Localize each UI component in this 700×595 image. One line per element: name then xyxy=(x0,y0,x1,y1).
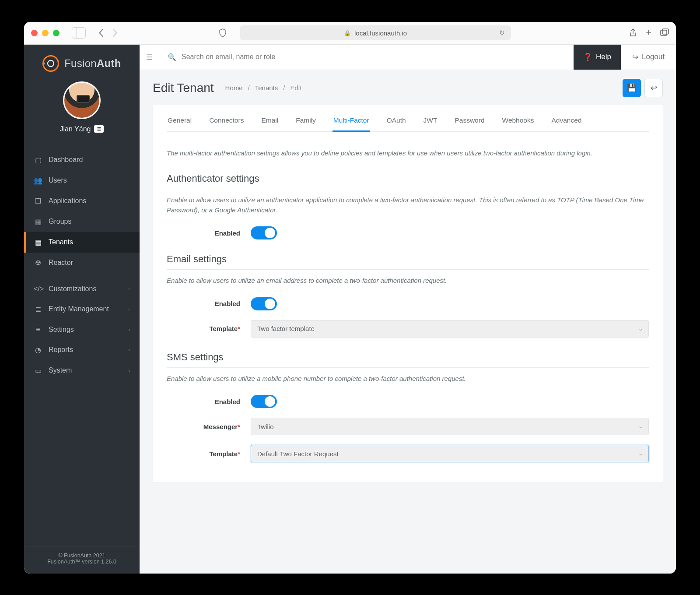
topbar: ☰ 🔍 ❓Help ↪Logout xyxy=(140,45,676,70)
sms-messenger-label: Messenger* xyxy=(167,423,240,430)
search-icon: 🔍 xyxy=(168,53,176,61)
sms-template-select[interactable]: Default Two Factor Request ⌵ xyxy=(251,445,649,462)
sms-enabled-toggle[interactable] xyxy=(251,395,277,408)
sidebar-item-label: Tenants xyxy=(49,238,73,246)
address-bar[interactable]: 🔒 local.fusionauth.io ↻ xyxy=(240,25,511,40)
tab-oauth[interactable]: OAuth xyxy=(386,112,407,132)
privacy-shield-icon[interactable] xyxy=(219,28,227,37)
sidebar-item-groups[interactable]: ▦Groups xyxy=(24,211,140,232)
forward-icon[interactable] xyxy=(108,28,122,38)
logout-icon: ↪ xyxy=(632,53,638,62)
sidebar-item-customizations[interactable]: </>Customizations‹ xyxy=(24,279,140,299)
crumb-home[interactable]: Home xyxy=(225,84,243,92)
nav: ▢Dashboard 👥Users ❒Applications ▦Groups … xyxy=(24,150,140,546)
svg-rect-0 xyxy=(661,30,667,35)
sms-enabled-label: Enabled xyxy=(167,398,240,405)
section-email-desc: Enable to allow users to utilize an emai… xyxy=(167,270,649,290)
lock-icon: 🔒 xyxy=(344,30,351,36)
tab-jwt[interactable]: JWT xyxy=(423,112,438,132)
app-sidebar: FusionAuth Jian Yáng ☰ ▢Dashboard 👥Users… xyxy=(24,45,140,574)
page-title: Edit Tenant xyxy=(153,81,214,95)
sidebar-item-label: Entity Management xyxy=(49,305,109,313)
current-user[interactable]: Jian Yáng ☰ xyxy=(24,76,140,142)
sms-messenger-row: Messenger* Twilio ⌵ xyxy=(167,411,649,438)
select-value: Default Two Factor Request xyxy=(257,450,339,458)
help-button[interactable]: ❓Help xyxy=(574,45,621,70)
sidebar-item-tenants[interactable]: ▤Tenants xyxy=(24,232,140,253)
tab-webhooks[interactable]: Webhooks xyxy=(501,112,535,132)
minimize-window[interactable] xyxy=(42,30,49,36)
crumb-current: Edit xyxy=(290,84,302,92)
url-text: local.fusionauth.io xyxy=(354,29,407,37)
section-sms-title: SMS settings xyxy=(167,340,649,368)
logout-button[interactable]: ↪Logout xyxy=(621,45,676,70)
reactor-icon: ☢ xyxy=(34,259,42,267)
sidebar-item-label: Reactor xyxy=(49,259,73,267)
settings-icon: ≡ xyxy=(34,326,42,334)
sidebar-item-label: Dashboard xyxy=(49,156,83,164)
crumb-tenants[interactable]: Tenants xyxy=(255,84,278,92)
tab-password[interactable]: Password xyxy=(454,112,485,132)
tab-advanced[interactable]: Advanced xyxy=(550,112,582,132)
sidebar-item-reactor[interactable]: ☢Reactor xyxy=(24,253,140,273)
sidebar-item-label: Users xyxy=(49,176,67,184)
help-label: Help xyxy=(596,53,611,61)
sidebar-item-applications[interactable]: ❒Applications xyxy=(24,191,140,211)
sidebar-item-users[interactable]: 👥Users xyxy=(24,170,140,191)
sidebar-item-entity-management[interactable]: ≣Entity Management‹ xyxy=(24,299,140,320)
tab-email[interactable]: Email xyxy=(260,112,279,132)
app-shell: FusionAuth Jian Yáng ☰ ▢Dashboard 👥Users… xyxy=(24,45,676,574)
maximize-window[interactable] xyxy=(53,30,60,36)
auth-enabled-row: Enabled xyxy=(167,219,649,242)
sidebar-item-label: Reports xyxy=(49,346,73,354)
sms-enabled-row: Enabled xyxy=(167,388,649,411)
tenant-card: General Connectors Email Family Multi-Fa… xyxy=(153,105,663,483)
brand-logo-icon xyxy=(42,55,59,72)
username: Jian Yáng xyxy=(60,125,91,133)
tab-general[interactable]: General xyxy=(167,112,192,132)
sms-messenger-select[interactable]: Twilio ⌵ xyxy=(251,418,649,435)
sidebar-item-label: Settings xyxy=(49,326,74,334)
collapse-sidebar-icon[interactable]: ☰ xyxy=(140,53,159,61)
system-icon: ▭ xyxy=(34,366,42,375)
new-tab-icon[interactable]: + xyxy=(646,28,651,37)
entity-icon: ≣ xyxy=(34,305,42,313)
refresh-icon[interactable]: ↻ xyxy=(499,29,505,37)
email-enabled-label: Enabled xyxy=(167,300,240,307)
chevron-down-icon: ⌵ xyxy=(639,326,642,332)
svg-rect-1 xyxy=(662,29,668,34)
sidebar-item-system[interactable]: ▭System‹ xyxy=(24,360,140,381)
dashboard-icon: ▢ xyxy=(34,156,42,164)
nav-separator xyxy=(24,276,140,276)
back-icon[interactable] xyxy=(94,28,108,38)
tabs-overview-icon[interactable] xyxy=(660,28,669,37)
search-input[interactable] xyxy=(182,53,565,61)
email-template-label: Template* xyxy=(167,325,240,332)
close-window[interactable] xyxy=(31,30,38,36)
email-enabled-toggle[interactable] xyxy=(251,297,277,310)
sidebar-item-dashboard[interactable]: ▢Dashboard xyxy=(24,150,140,170)
sidebar-item-settings[interactable]: ≡Settings‹ xyxy=(24,320,140,340)
users-icon: 👥 xyxy=(34,176,42,185)
chevron-left-icon: ‹ xyxy=(128,306,130,312)
applications-icon: ❒ xyxy=(34,197,42,205)
sidebar-item-label: Customizations xyxy=(49,285,96,293)
window-controls xyxy=(31,30,60,36)
section-authenticator-title: Authenticator settings xyxy=(167,162,649,189)
back-button[interactable]: ↩ xyxy=(644,79,663,97)
email-template-select[interactable]: Two factor template ⌵ xyxy=(251,320,649,338)
customizations-icon: </> xyxy=(34,285,42,293)
user-card-icon: ☰ xyxy=(94,125,104,133)
topbar-search[interactable]: 🔍 xyxy=(159,53,574,61)
auth-enabled-toggle[interactable] xyxy=(251,226,277,239)
section-email-title: Email settings xyxy=(167,242,649,270)
tab-family[interactable]: Family xyxy=(295,112,317,132)
tab-multi-factor[interactable]: Multi-Factor xyxy=(332,112,370,132)
sidebar-item-label: Groups xyxy=(49,218,71,225)
sidebar-item-reports[interactable]: ◔Reports‹ xyxy=(24,340,140,360)
sms-template-row: Template* Default Two Factor Request ⌵ xyxy=(167,438,649,465)
share-icon[interactable] xyxy=(629,28,637,37)
sidebar-toggle-icon[interactable] xyxy=(72,27,86,39)
tab-connectors[interactable]: Connectors xyxy=(208,112,245,132)
save-button[interactable]: 💾 xyxy=(623,79,641,97)
